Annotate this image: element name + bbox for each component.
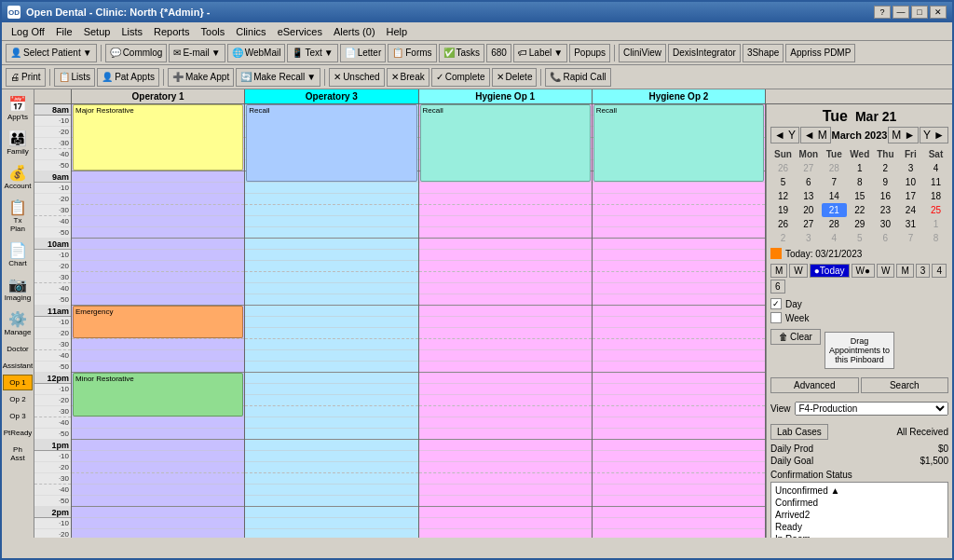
cal-day[interactable]: 8	[847, 175, 873, 189]
week-checkbox-label[interactable]: Week	[770, 312, 948, 323]
view-select[interactable]: F4-Production	[795, 402, 949, 416]
cal-day[interactable]: 31	[898, 217, 923, 231]
view-m2-btn[interactable]: M	[896, 264, 913, 278]
text-btn[interactable]: 📱 Text ▼	[287, 44, 337, 62]
menu-clinics[interactable]: Clinics	[230, 25, 271, 38]
view-w3-btn[interactable]: W	[877, 264, 894, 278]
sidebar-item-manage[interactable]: ⚙️ Manage	[3, 307, 33, 340]
sidebar-item-imaging[interactable]: 📷 Imaging	[3, 272, 33, 306]
next-year-btn[interactable]: Y ►	[920, 127, 948, 143]
sidebar-item-doctor[interactable]: Doctor	[3, 341, 33, 357]
cal-day[interactable]: 2	[873, 161, 898, 175]
appointment-block[interactable]: Recall	[593, 104, 764, 182]
sidebar-item-family[interactable]: 👨‍👩‍👧 Family	[3, 126, 33, 159]
cal-day[interactable]: 29	[847, 217, 873, 231]
status-inroom[interactable]: In Room	[773, 533, 946, 538]
cal-day[interactable]: 3	[796, 231, 822, 245]
menu-logoff[interactable]: Log Off	[6, 25, 50, 38]
menu-tools[interactable]: Tools	[196, 25, 231, 38]
next-month-btn[interactable]: M ►	[888, 127, 919, 143]
prev-month-btn[interactable]: ◄ M	[800, 127, 831, 143]
appointment-block[interactable]: Emergency	[73, 306, 243, 338]
op-header-op3[interactable]: Operatory 3	[245, 89, 418, 103]
prev-year-btn[interactable]: ◄ Y	[770, 127, 799, 143]
break-btn[interactable]: ✕ Break	[387, 68, 429, 87]
hygiene-op2-col[interactable]: RecallLunchRecallRecall	[593, 104, 766, 538]
cal-day[interactable]: 13	[796, 189, 822, 203]
appointment-block[interactable]: Major Restorative	[73, 104, 243, 171]
status-unconfirmed[interactable]: Unconfirmed ▲	[773, 485, 946, 497]
label680-btn[interactable]: 680	[486, 44, 511, 62]
complete-btn[interactable]: ✓ Complete	[431, 68, 490, 87]
sidebar-item-op1[interactable]: Op 1	[3, 375, 33, 390]
cal-day[interactable]: 27	[796, 217, 822, 231]
schedule-body[interactable]: 8am·10·20·30·40·509am·10·20·30·40·5010am…	[34, 104, 766, 538]
sidebar-item-phast[interactable]: Ph Asst	[3, 442, 33, 466]
operatory-1-col[interactable]: Major RestorativeEmergencyMinor Restorat…	[72, 104, 245, 538]
popups-btn[interactable]: Popups	[569, 44, 610, 62]
advanced-btn[interactable]: Advanced	[770, 377, 859, 393]
day-checkbox[interactable]	[770, 298, 782, 309]
help-btn[interactable]: ?	[874, 6, 891, 19]
status-list[interactable]: Unconfirmed ▲ Confirmed Arrived2 Ready I…	[770, 482, 948, 538]
operatory-3-col[interactable]: RecallLunchRecall	[245, 104, 418, 538]
cal-day[interactable]: 27	[796, 161, 822, 175]
clear-btn[interactable]: 🗑 Clear	[770, 329, 821, 345]
status-confirmed[interactable]: Confirmed	[773, 497, 946, 509]
cal-day[interactable]: 7	[898, 231, 923, 245]
cal-day[interactable]: 11	[923, 175, 948, 189]
appointment-block[interactable]: Minor Restorative	[73, 373, 243, 417]
op-header-hyg1[interactable]: Hygiene Op 1	[419, 89, 593, 103]
cal-day[interactable]: 18	[923, 189, 948, 203]
cal-day[interactable]: 20	[796, 203, 822, 217]
lists-btn[interactable]: 📋 Lists	[54, 68, 96, 87]
view-today-btn[interactable]: ●Today	[810, 264, 850, 278]
menu-file[interactable]: File	[50, 25, 78, 38]
cliniview-btn[interactable]: CliniView	[619, 44, 666, 62]
cal-day[interactable]: 14	[822, 189, 847, 203]
sidebar-item-op2[interactable]: Op 2	[3, 391, 33, 407]
cal-day[interactable]: 30	[873, 217, 898, 231]
view-w2-btn[interactable]: W●	[852, 264, 875, 278]
sidebar-item-chart[interactable]: 📄 Chart	[3, 238, 33, 271]
sidebar-item-account[interactable]: 💰 Account	[3, 160, 33, 194]
menu-help[interactable]: Help	[381, 25, 414, 38]
cal-day[interactable]: 1	[847, 161, 873, 175]
label-btn[interactable]: 🏷 Label ▼	[513, 44, 567, 62]
status-ready[interactable]: Ready	[773, 521, 946, 533]
cal-day[interactable]: 4	[822, 231, 847, 245]
day-checkbox-label[interactable]: Day	[770, 298, 948, 309]
appointment-block[interactable]: Recall	[420, 104, 591, 182]
menu-eservices[interactable]: eServices	[272, 25, 328, 38]
menu-setup[interactable]: Setup	[78, 25, 116, 38]
view-6-btn[interactable]: 6	[770, 280, 785, 294]
make-appt-btn[interactable]: ➕ Make Appt	[168, 68, 234, 87]
sidebar-item-appts[interactable]: 📅 App'ts	[3, 91, 33, 125]
sidebar-item-op3[interactable]: Op 3	[3, 408, 33, 424]
webmail-btn[interactable]: 🌐 WebMail	[227, 44, 286, 62]
menu-reports[interactable]: Reports	[148, 25, 196, 38]
cal-day[interactable]: 5	[847, 231, 873, 245]
lab-cases-btn[interactable]: Lab Cases	[770, 424, 828, 440]
cal-day[interactable]: 1	[923, 217, 948, 231]
email-btn[interactable]: ✉ E-mail ▼	[169, 44, 225, 62]
unsched-btn[interactable]: ✕ Unsched	[329, 68, 384, 87]
search-btn[interactable]: Search	[861, 377, 949, 393]
cal-day[interactable]: 19	[770, 203, 796, 217]
cal-day[interactable]: 28	[822, 217, 847, 231]
minimize-btn[interactable]: —	[893, 6, 909, 19]
close-btn[interactable]: ✕	[930, 6, 947, 19]
cal-day[interactable]: 5	[770, 175, 796, 189]
delete-btn[interactable]: ✕ Delete	[492, 68, 538, 87]
cal-day[interactable]: 28	[822, 161, 847, 175]
forms-btn[interactable]: 📋 Forms	[388, 44, 436, 62]
commlog-btn[interactable]: 💬 Commlog	[105, 44, 168, 62]
cal-day[interactable]: 23	[873, 203, 898, 217]
letter-btn[interactable]: 📄 Letter	[340, 44, 387, 62]
cal-day[interactable]: 10	[898, 175, 923, 189]
view-m-btn[interactable]: M	[770, 264, 787, 278]
pat-appts-btn[interactable]: 👤 Pat Appts	[97, 68, 159, 87]
menu-lists[interactable]: Lists	[116, 25, 148, 38]
cal-day[interactable]: 26	[770, 161, 796, 175]
cal-day[interactable]: 22	[847, 203, 873, 217]
